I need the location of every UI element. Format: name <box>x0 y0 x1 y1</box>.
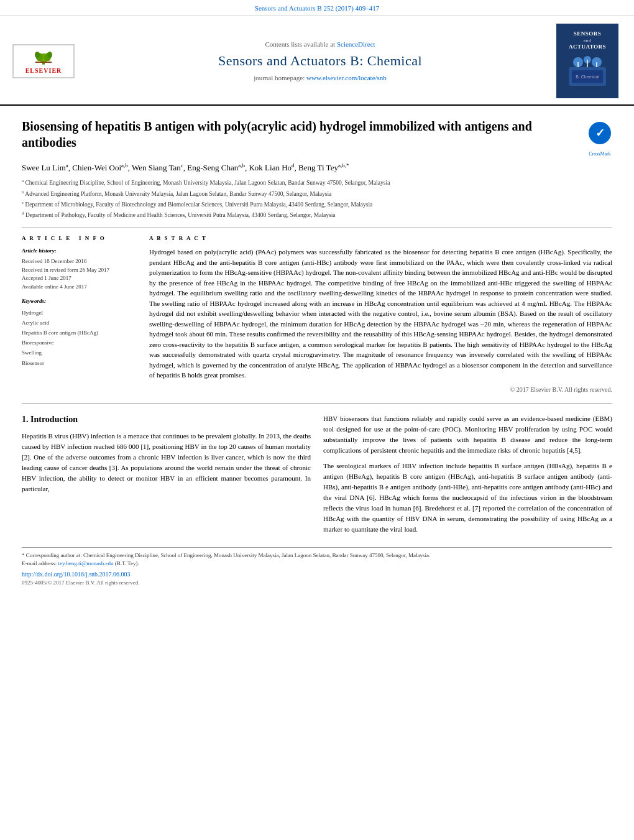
page: Sensors and Actuators B 252 (2017) 409–4… <box>0 0 634 840</box>
article-info-col: A R T I C L E I N F O Article history: R… <box>22 234 137 394</box>
email-label: E-mail address: <box>22 560 57 566</box>
keyword-6: Biosensor <box>22 358 137 368</box>
svg-text:B: Chemical: B: Chemical <box>576 75 599 79</box>
elsevier-logo: ELSEVIER <box>12 44 75 78</box>
email-link[interactable]: tey.beng.ti@monash.edu <box>58 560 113 566</box>
intro-heading: 1. Introduction <box>22 413 311 426</box>
doi-link[interactable]: http://dx.doi.org/10.1016/j.snb.2017.06.… <box>22 570 612 579</box>
sensors-and: and <box>569 38 606 44</box>
svg-point-5 <box>47 52 52 58</box>
authors-line: Swee Lu Lima, Chien-Wei Ooia,b, Wen Sian… <box>22 162 612 174</box>
abstract-col: A B S T R A C T Hydrogel based on poly(a… <box>149 234 612 394</box>
journal-name: Sensors and Actuators B: Chemical <box>93 52 547 71</box>
sciencedirect-link[interactable]: ScienceDirect <box>337 40 375 48</box>
doi-anchor[interactable]: http://dx.doi.org/10.1016/j.snb.2017.06.… <box>22 571 131 578</box>
issn-line: 0925-4005/© 2017 Elsevier B.V. All right… <box>22 579 612 587</box>
crossmark-icon[interactable]: ✓ CrossMark <box>587 121 612 145</box>
accepted-date: Accepted 1 June 2017 <box>22 274 137 283</box>
keywords-label: Keywords: <box>22 297 137 305</box>
svg-text:✓: ✓ <box>595 127 605 139</box>
sensors-logo-text: SENSORS and ACTUATORS <box>569 30 606 50</box>
abstract-text: Hydrogel based on poly(acrylic acid) (PA… <box>149 247 612 381</box>
intro-text-right-2: The serological markers of HBV infection… <box>323 461 612 535</box>
contents-available: Contents lists available at ScienceDirec… <box>93 40 547 49</box>
journal-header: ELSEVIER Contents lists available at Sci… <box>0 16 634 106</box>
history-label: Article history: <box>22 247 137 255</box>
elsevier-logo-area: ELSEVIER <box>12 24 87 98</box>
keywords-list: Hydrogel Acrylic acid Hepatitis B core a… <box>22 308 137 368</box>
sensors-line1: SENSORS <box>569 30 606 38</box>
elsevier-wordmark: ELSEVIER <box>25 67 62 75</box>
journal-title-area: Contents lists available at ScienceDirec… <box>93 24 547 98</box>
intro-col-left: 1. Introduction Hepatitis B virus (HBV) … <box>22 413 311 540</box>
homepage-label: journal homepage: <box>254 74 305 81</box>
keyword-4: Bioresponsive <box>22 338 137 348</box>
available-date: Available online 4 June 2017 <box>22 283 137 292</box>
article-info-heading: A R T I C L E I N F O <box>22 234 137 242</box>
received-revised-date: Received in revised form 26 May 2017 <box>22 266 137 275</box>
citation-bar: Sensors and Actuators B 252 (2017) 409–4… <box>0 0 634 16</box>
affiliation-a: a Chemical Engineering Discipline, Schoo… <box>22 178 612 187</box>
email-line: E-mail address: tey.beng.ti@monash.edu (… <box>22 560 612 568</box>
separator-2 <box>22 403 612 404</box>
title-area: Biosensing of hepatitis B antigen with p… <box>22 112 612 155</box>
sensors-logo-graphic: B: Chemical <box>566 55 609 92</box>
keyword-1: Hydrogel <box>22 308 137 318</box>
article-title: Biosensing of hepatitis B antigen with p… <box>22 118 581 150</box>
svg-point-4 <box>35 52 40 58</box>
sensors-line2: ACTUATORS <box>569 44 606 51</box>
footnote-area: * Corresponding author at: Chemical Engi… <box>22 547 612 586</box>
affiliation-b: b Advanced Engineering Platform, Monash … <box>22 189 612 198</box>
email-name: (B.T. Tey). <box>115 560 139 566</box>
homepage-line: journal homepage: www.elsevier.com/locat… <box>93 73 547 83</box>
keyword-3: Hepatitis B core antigen (HBcAg) <box>22 328 137 338</box>
contents-text: Contents lists available at <box>265 40 335 48</box>
info-abstract-cols: A R T I C L E I N F O Article history: R… <box>22 234 612 394</box>
intro-col-right: HBV biosensors that functions reliably a… <box>323 413 612 540</box>
intro-text-right-1: HBV biosensors that functions reliably a… <box>323 413 612 456</box>
keyword-5: Swelling <box>22 348 137 358</box>
svg-rect-6 <box>35 62 52 63</box>
corresponding-author-note: * Corresponding author at: Chemical Engi… <box>22 552 612 560</box>
abstract-heading: A B S T R A C T <box>149 234 612 242</box>
intro-text-left: Hepatitis B virus (HBV) infection is a m… <box>22 431 311 494</box>
keyword-2: Acrylic acid <box>22 318 137 328</box>
affiliation-c: c Department of Microbiology, Faculty of… <box>22 200 612 209</box>
elsevier-tree-icon <box>31 47 56 65</box>
received-date: Received 18 December 2016 <box>22 257 137 266</box>
article-section: Biosensing of hepatitis B antigen with p… <box>0 106 634 586</box>
separator-1 <box>22 228 612 228</box>
copyright-line: © 2017 Elsevier B.V. All rights reserved… <box>149 385 612 394</box>
homepage-url[interactable]: www.elsevier.com/locate/snb <box>306 74 387 81</box>
history-dates: Received 18 December 2016 Received in re… <box>22 257 137 291</box>
sensors-logo-area: SENSORS and ACTUATORS B: Chemical <box>553 24 622 98</box>
intro-section: 1. Introduction Hepatitis B virus (HBV) … <box>22 413 612 540</box>
affiliations: a Chemical Engineering Discipline, Schoo… <box>22 178 612 220</box>
affiliation-d: d Department of Pathology, Faculty of Me… <box>22 210 612 219</box>
citation-text: Sensors and Actuators B 252 (2017) 409–4… <box>255 4 379 12</box>
sensors-logo-box: SENSORS and ACTUATORS B: Chemical <box>556 24 618 98</box>
